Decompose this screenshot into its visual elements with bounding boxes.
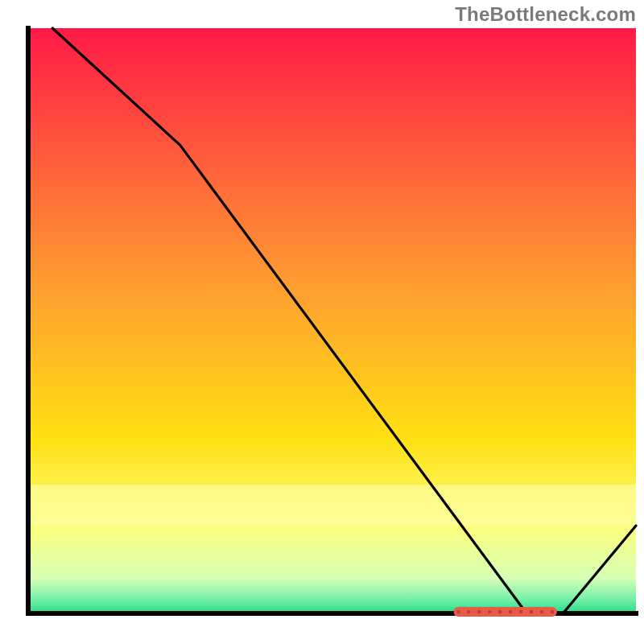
light-band: [28, 485, 636, 526]
marker-dot: [488, 610, 491, 613]
marker-dot: [498, 610, 502, 613]
marker-dot: [467, 610, 470, 613]
marker-dot: [540, 610, 543, 613]
marker-dot: [509, 610, 512, 613]
marker-dot: [457, 610, 460, 613]
chart-container: TheBottleneck.com: [0, 0, 644, 644]
marker-dot: [551, 610, 554, 613]
marker-dot: [530, 610, 533, 613]
marker-dot: [519, 610, 522, 613]
marker-dot: [477, 610, 481, 613]
bottleneck-chart: [0, 0, 644, 644]
